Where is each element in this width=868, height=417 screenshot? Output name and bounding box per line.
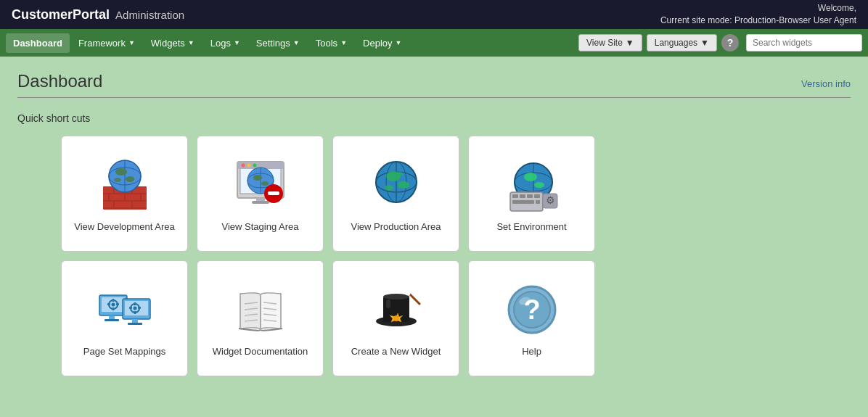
tile-set-environment[interactable]: ⚙ Set Environment [468,136,595,252]
svg-point-91 [393,315,399,321]
set-environment-icon: ⚙ [503,156,561,214]
create-widget-icon [367,281,425,339]
nav-deploy[interactable]: Deploy ▼ [356,33,409,53]
svg-rect-32 [252,201,269,204]
top-header: CustomerPortal Administration Welcome, C… [0,0,868,29]
svg-rect-58 [105,319,119,321]
page-title: Dashboard [17,71,102,91]
brand-area: CustomerPortal Administration [12,7,184,22]
svg-point-20 [241,163,245,167]
brand-admin: Administration [115,9,184,21]
svg-rect-72 [134,311,136,314]
page-title-row: Dashboard Version info [17,71,851,98]
svg-point-45 [534,182,544,188]
tile-label: Widget Documentation [213,346,308,357]
tile-label: Create a New Widget [351,346,441,357]
svg-rect-30 [268,191,279,195]
languages-caret-icon: ▼ [700,38,709,48]
content-area: Dashboard Version info Quick short cuts [0,57,868,391]
svg-rect-87 [386,300,390,308]
view-site-caret-icon: ▼ [626,38,634,48]
search-input[interactable] [746,34,862,51]
svg-point-44 [524,173,537,181]
svg-text:⚙: ⚙ [545,194,554,206]
svg-rect-62 [128,323,142,325]
svg-rect-74 [138,307,141,309]
tools-caret-icon: ▼ [340,39,347,46]
welcome-text: Welcome, [660,2,856,15]
svg-rect-50 [534,194,540,198]
tile-label: Help [522,346,541,357]
nav-logs[interactable]: Logs ▼ [203,33,247,53]
svg-rect-68 [116,303,119,305]
svg-rect-71 [134,302,136,305]
navbar: Dashboard Framework ▼ Widgets ▼ Logs ▼ S… [0,29,868,57]
widget-docs-icon [232,281,290,339]
svg-point-38 [398,181,409,189]
staging-area-icon [232,156,290,214]
shortcuts-grid: View Development Area [61,136,851,376]
tile-label: View Production Area [351,221,441,232]
svg-point-64 [111,302,115,306]
svg-line-88 [409,294,419,304]
version-info-link[interactable]: Version info [801,78,851,89]
logs-caret-icon: ▼ [234,39,240,46]
tile-page-set-mappings[interactable]: Page Set Mappings [61,260,188,376]
settings-caret-icon: ▼ [293,39,300,46]
svg-rect-65 [112,299,114,302]
svg-point-89 [405,290,410,295]
help-circle-button[interactable]: ? [721,34,739,51]
svg-point-70 [133,306,136,310]
tile-view-development-area[interactable]: View Development Area [61,136,188,252]
svg-point-22 [253,163,256,167]
svg-rect-49 [527,194,533,198]
nav-settings[interactable]: Settings ▼ [249,33,307,53]
svg-point-15 [126,176,134,182]
tile-label: View Staging Area [222,221,299,232]
svg-point-14 [115,168,127,176]
production-area-icon [367,156,425,214]
site-mode-text: Current site mode: Production-Browser Us… [660,15,856,27]
languages-button[interactable]: Languages ▼ [647,34,717,51]
brand-customer: CustomerPortal [12,7,110,22]
tile-label: Page Set Mappings [83,346,165,357]
svg-point-39 [385,185,393,191]
svg-rect-51 [512,200,534,204]
svg-rect-47 [512,194,518,198]
welcome-area: Welcome, Current site mode: Production-B… [660,2,856,27]
svg-point-26 [253,175,262,181]
tile-help[interactable]: ? Help [468,260,595,376]
svg-rect-67 [107,303,110,305]
svg-rect-48 [520,194,525,198]
tile-label: Set Environment [496,221,566,232]
svg-rect-66 [112,307,114,310]
svg-point-27 [261,181,269,186]
nav-framework[interactable]: Framework ▼ [71,33,142,53]
tile-view-staging-area[interactable]: View Staging Area [197,136,324,252]
svg-point-40 [396,172,404,176]
tile-widget-documentation[interactable]: Widget Documentation [197,260,324,376]
svg-rect-52 [536,200,540,204]
svg-point-21 [247,163,250,167]
view-site-button[interactable]: View Site ▼ [578,34,642,51]
svg-rect-73 [129,307,132,309]
tile-create-new-widget[interactable]: Create a New Widget [332,260,459,376]
nav-widgets[interactable]: Widgets ▼ [144,33,202,53]
section-title: Quick short cuts [17,112,851,124]
framework-caret-icon: ▼ [128,39,135,46]
tile-label: View Development Area [74,221,175,232]
svg-point-86 [383,294,409,300]
svg-point-16 [114,178,121,182]
help-icon: ? [503,281,561,339]
dev-area-icon [96,156,154,214]
deploy-caret-icon: ▼ [396,39,402,46]
widgets-caret-icon: ▼ [188,39,195,46]
page-mappings-icon [96,281,154,339]
nav-dashboard[interactable]: Dashboard [6,33,70,53]
tile-view-production-area[interactable]: View Production Area [332,136,459,252]
nav-tools[interactable]: Tools ▼ [308,33,354,53]
